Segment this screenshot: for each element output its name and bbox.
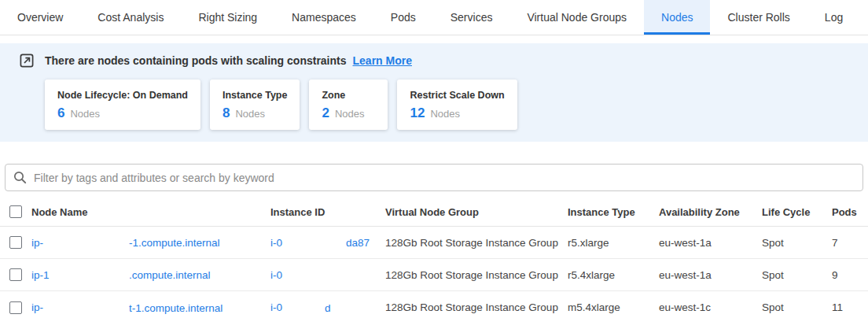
col-header-instance-type: Instance Type <box>568 206 659 218</box>
constraint-cards: Node Lifecycle: On Demand 6 Nodes Instan… <box>0 80 868 130</box>
card-unit: Nodes <box>235 108 265 120</box>
tab-virtual-node-groups[interactable]: Virtual Node Groups <box>509 0 644 35</box>
search-input[interactable] <box>34 172 855 184</box>
tab-namespaces[interactable]: Namespaces <box>274 0 373 35</box>
tab-services[interactable]: Services <box>433 0 510 35</box>
availability-zone-cell: eu-west-1c <box>659 301 762 313</box>
node-name-link[interactable]: -1.compute.internal <box>129 237 220 249</box>
virtual-node-group-cell: 128Gb Root Storage Instance Group <box>385 237 568 249</box>
table-header: Node Name Instance ID Virtual Node Group… <box>0 198 868 227</box>
table-row: ip- -1.compute.internal i-0 da87 128Gb R… <box>0 227 868 259</box>
card-zone[interactable]: Zone 2 Nodes <box>309 80 388 130</box>
table-row: ip-1 .compute.internal i-0 128Gb Root St… <box>0 259 868 291</box>
tab-log[interactable]: Log <box>807 0 860 35</box>
virtual-node-group-cell: 128Gb Root Storage Instance Group <box>385 269 568 281</box>
instance-id-link[interactable]: i-0 <box>270 301 282 313</box>
life-cycle-cell: Spot <box>762 237 832 249</box>
tab-cost-analysis[interactable]: Cost Analysis <box>80 0 181 35</box>
scale-up-icon <box>20 54 34 68</box>
tab-overview[interactable]: Overview <box>0 0 80 35</box>
card-value: 12 <box>410 105 425 121</box>
tab-right-sizing[interactable]: Right Sizing <box>181 0 274 35</box>
banner-message: There are nodes containing pods with sca… <box>45 54 347 67</box>
table-row: ip- t-1.compute.internal i-0 d 128Gb Roo… <box>0 291 868 318</box>
col-header-virtual-node-group: Virtual Node Group <box>385 206 568 218</box>
virtual-node-group-cell: 128Gb Root Storage Instance Group <box>385 301 568 313</box>
life-cycle-cell: Spot <box>762 301 832 313</box>
pods-cell: 9 <box>832 269 868 281</box>
node-name-link[interactable]: ip-1 <box>31 269 50 281</box>
nodes-table: Node Name Instance ID Virtual Node Group… <box>0 198 868 318</box>
row-checkbox[interactable] <box>9 236 22 249</box>
card-title: Zone <box>322 90 375 101</box>
card-value: 8 <box>223 105 230 121</box>
card-value: 2 <box>322 105 329 121</box>
row-checkbox[interactable] <box>9 301 22 314</box>
instance-type-cell: m5.4xlarge <box>568 301 659 313</box>
col-header-availability-zone: Availability Zone <box>659 206 762 218</box>
learn-more-link[interactable]: Learn More <box>353 54 412 67</box>
card-title: Restrict Scale Down <box>410 90 504 101</box>
card-unit: Nodes <box>335 108 365 120</box>
instance-type-cell: r5.4xlarge <box>568 269 659 281</box>
card-value: 6 <box>57 105 64 121</box>
instance-id-link[interactable]: i-0 <box>270 269 282 281</box>
card-title: Node Lifecycle: On Demand <box>57 90 188 101</box>
col-header-node-name: Node Name <box>31 206 270 218</box>
availability-zone-cell: eu-west-1a <box>659 269 762 281</box>
pods-cell: 7 <box>832 237 868 249</box>
select-all-checkbox[interactable] <box>9 205 22 218</box>
card-restrict-scale-down[interactable]: Restrict Scale Down 12 Nodes <box>397 80 517 130</box>
instance-id-link[interactable]: da87 <box>346 237 370 249</box>
filter-bar <box>5 164 863 191</box>
tab-nodes[interactable]: Nodes <box>644 0 710 35</box>
col-header-pods: Pods <box>832 206 868 218</box>
instance-id-link[interactable]: d <box>325 301 331 313</box>
col-header-life-cycle: Life Cycle <box>762 206 832 218</box>
card-unit: Nodes <box>430 108 460 120</box>
instance-type-cell: r5.xlarge <box>568 237 659 249</box>
availability-zone-cell: eu-west-1a <box>659 237 762 249</box>
tab-cluster-rolls[interactable]: Cluster Rolls <box>710 0 807 35</box>
node-name-link[interactable]: ip- <box>31 237 43 249</box>
row-checkbox[interactable] <box>9 268 22 281</box>
tab-bar: Overview Cost Analysis Right Sizing Name… <box>0 0 868 35</box>
life-cycle-cell: Spot <box>762 269 832 281</box>
card-title: Instance Type <box>223 90 287 101</box>
card-unit: Nodes <box>70 108 100 120</box>
pods-cell: 11 <box>832 301 868 313</box>
col-header-instance-id: Instance ID <box>270 206 385 218</box>
scaling-constraints-banner: There are nodes containing pods with sca… <box>0 43 868 142</box>
node-name-link[interactable]: t-1.compute.internal <box>129 301 223 313</box>
node-name-link[interactable]: ip- <box>31 301 43 313</box>
search-icon <box>13 171 27 184</box>
card-instance-type[interactable]: Instance Type 8 Nodes <box>210 80 300 130</box>
tab-pods[interactable]: Pods <box>373 0 433 35</box>
instance-id-link[interactable]: i-0 <box>270 237 282 249</box>
node-name-link[interactable]: .compute.internal <box>129 269 211 281</box>
card-node-lifecycle[interactable]: Node Lifecycle: On Demand 6 Nodes <box>45 80 200 130</box>
